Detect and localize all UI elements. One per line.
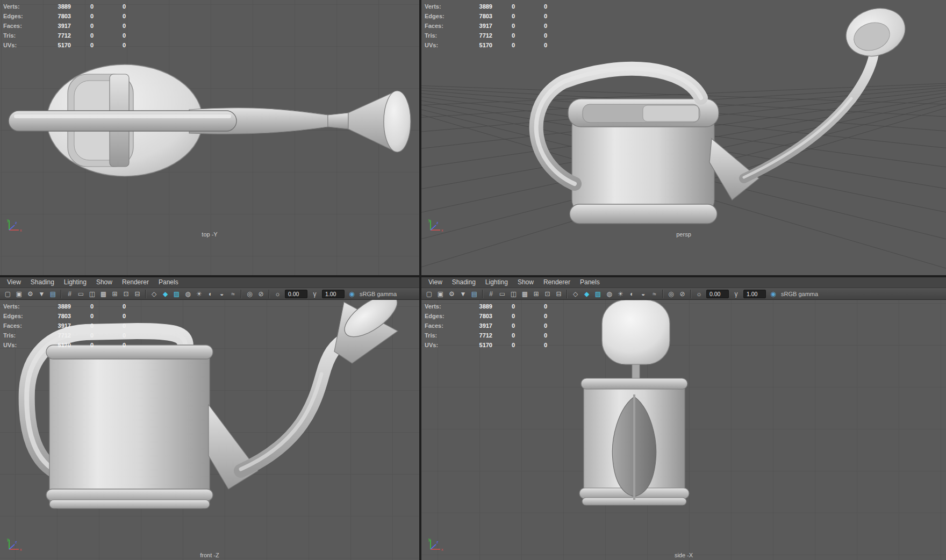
film-gate-icon[interactable]: ▭ <box>497 289 507 299</box>
xray-icon[interactable]: ⊘ <box>677 289 687 299</box>
hud-value: 3889 <box>33 301 71 311</box>
gamma-field[interactable]: 1.00 <box>322 290 345 298</box>
isolate-select-icon[interactable]: ◎ <box>666 289 676 299</box>
safe-action-icon[interactable]: ⊡ <box>542 289 553 299</box>
bookmarks-icon[interactable]: ▼ <box>458 289 468 299</box>
textured-icon[interactable]: ▨ <box>171 289 182 299</box>
hud-row: UVs:517000 <box>425 40 547 50</box>
gamma-field[interactable]: 1.00 <box>743 290 766 298</box>
menu-panels[interactable]: Panels <box>575 277 605 288</box>
menu-renderer[interactable]: Renderer <box>117 277 154 288</box>
exposure-field[interactable]: 0.00 <box>285 290 307 298</box>
textured-icon[interactable]: ▨ <box>593 289 603 299</box>
menu-view[interactable]: View <box>424 277 447 288</box>
menu-show[interactable]: Show <box>91 277 117 288</box>
menu-lighting[interactable]: Lighting <box>481 277 513 288</box>
wireframe-icon[interactable]: ◇ <box>570 289 580 299</box>
poly-count-hud: Verts:388900Edges:780300Faces:391700Tris… <box>3 2 126 50</box>
toolbar-separator <box>662 290 663 298</box>
motion-blur-icon[interactable]: ≈ <box>228 289 238 299</box>
safe-title-icon[interactable]: ⊟ <box>132 289 142 299</box>
viewport-front[interactable]: Verts:388900Edges:780300Faces:391700Tris… <box>0 300 419 560</box>
field-chart-icon[interactable]: ⊞ <box>531 289 541 299</box>
resolution-gate-icon[interactable]: ◫ <box>508 289 519 299</box>
menu-shading[interactable]: Shading <box>26 277 59 288</box>
image-plane-icon[interactable]: ▤ <box>469 289 479 299</box>
hud-value: 0 <box>94 331 126 340</box>
hud-label: Faces: <box>425 321 455 331</box>
hud-label: UVs: <box>3 40 33 50</box>
hud-label: Tris: <box>3 31 33 40</box>
occlusion-icon[interactable]: ◒ <box>638 289 648 299</box>
resolution-gate-icon[interactable]: ◫ <box>87 289 97 299</box>
bookmarks-icon[interactable]: ▼ <box>37 289 47 299</box>
camera-attributes-icon[interactable]: ⚙ <box>25 289 35 299</box>
panel-menubar: ViewShadingLightingShowRendererPanels <box>0 277 419 288</box>
hud-value: 0 <box>94 2 126 11</box>
hud-value: 0 <box>492 311 515 321</box>
hud-label: UVs: <box>3 340 33 350</box>
gamma-icon[interactable]: γ <box>731 289 741 299</box>
hud-value: 0 <box>94 40 126 50</box>
camera-attributes-icon[interactable]: ⚙ <box>447 289 457 299</box>
shadows-icon[interactable]: ◐ <box>205 289 216 299</box>
toolbar-separator <box>690 290 691 298</box>
hud-value: 7803 <box>33 311 71 321</box>
safe-title-icon[interactable]: ⊟ <box>554 289 564 299</box>
exposure-icon[interactable]: ☼ <box>273 289 283 299</box>
safe-action-icon[interactable]: ⊡ <box>121 289 131 299</box>
hud-label: Faces: <box>3 321 33 331</box>
camera-icon[interactable]: ▢ <box>3 289 13 299</box>
poly-count-hud: Verts:388900Edges:780300Faces:391700Tris… <box>425 301 547 350</box>
shadows-icon[interactable]: ◐ <box>627 289 637 299</box>
hud-label: Verts: <box>3 2 33 11</box>
svg-text:y: y <box>428 537 431 542</box>
viewport-side[interactable]: Verts:388900Edges:780300Faces:391700Tris… <box>421 300 946 560</box>
grid-icon[interactable]: # <box>64 289 75 299</box>
maya-four-view-layout: Verts:388900Edges:780300Faces:391700Tris… <box>0 0 946 560</box>
hud-row: Edges:780300 <box>3 311 126 321</box>
use-default-material-icon[interactable]: ◍ <box>183 289 193 299</box>
view-transform-icon[interactable]: ◉ <box>768 289 778 299</box>
menu-show[interactable]: Show <box>513 277 539 288</box>
wireframe-icon[interactable]: ◇ <box>149 289 159 299</box>
hud-value: 5170 <box>33 40 71 50</box>
camera-icon[interactable]: ▢ <box>424 289 434 299</box>
view-transform-icon[interactable]: ◉ <box>347 289 357 299</box>
xray-icon[interactable]: ⊘ <box>256 289 266 299</box>
motion-blur-icon[interactable]: ≈ <box>649 289 660 299</box>
hud-value: 0 <box>492 331 515 340</box>
field-chart-icon[interactable]: ⊞ <box>110 289 120 299</box>
menu-shading[interactable]: Shading <box>447 277 481 288</box>
hud-label: UVs: <box>425 40 455 50</box>
occlusion-icon[interactable]: ◒ <box>217 289 227 299</box>
grid-icon[interactable]: # <box>486 289 496 299</box>
smooth-shade-icon[interactable]: ◆ <box>582 289 592 299</box>
gamma-icon[interactable]: γ <box>310 289 320 299</box>
lights-icon[interactable]: ☀ <box>615 289 626 299</box>
viewport-top[interactable]: Verts:388900Edges:780300Faces:391700Tris… <box>0 0 419 275</box>
hud-row: Edges:780300 <box>425 11 547 21</box>
image-plane-icon[interactable]: ▤ <box>48 289 58 299</box>
menu-renderer[interactable]: Renderer <box>539 277 575 288</box>
menu-lighting[interactable]: Lighting <box>59 277 91 288</box>
isolate-select-icon[interactable]: ◎ <box>245 289 255 299</box>
use-default-material-icon[interactable]: ◍ <box>604 289 614 299</box>
lights-icon[interactable]: ☀ <box>194 289 204 299</box>
menu-panels[interactable]: Panels <box>154 277 183 288</box>
smooth-shade-icon[interactable]: ◆ <box>160 289 170 299</box>
hud-row: Verts:388900 <box>3 301 126 311</box>
lock-camera-icon[interactable]: ▣ <box>435 289 446 299</box>
exposure-icon[interactable]: ☼ <box>694 289 704 299</box>
gate-mask-icon[interactable]: ▩ <box>98 289 109 299</box>
hud-row: Verts:388900 <box>425 2 547 11</box>
hud-value: 0 <box>94 11 126 21</box>
film-gate-icon[interactable]: ▭ <box>76 289 86 299</box>
hud-row: Faces:391700 <box>3 321 126 331</box>
gate-mask-icon[interactable]: ▩ <box>520 289 530 299</box>
exposure-field[interactable]: 0.00 <box>706 290 729 298</box>
hud-value: 0 <box>492 321 515 331</box>
menu-view[interactable]: View <box>2 277 26 288</box>
viewport-persp[interactable]: Verts:388900Edges:780300Faces:391700Tris… <box>421 0 946 275</box>
lock-camera-icon[interactable]: ▣ <box>14 289 24 299</box>
